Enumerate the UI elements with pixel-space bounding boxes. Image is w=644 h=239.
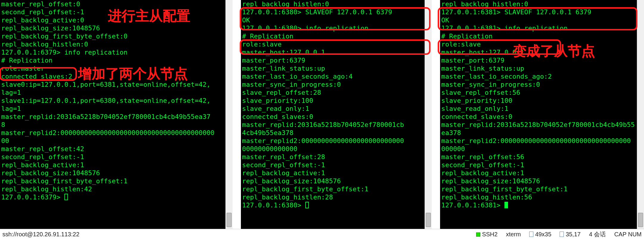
terminal-line: master_replid:20316a5218b704052ef780001c… [441,121,635,128]
terminal-line: master_last_io_seconds_ago:4 [242,73,353,80]
terminal-line: master_repl_offset:42 [1,145,84,153]
terminal-line: 127.0.0.1:6380> info replication [242,24,369,32]
terminal-line: slave_read_only:1 [242,105,309,112]
terminal-6379[interactable]: master_repl_offset:0 second_repl_offset:… [0,0,225,229]
terminal-line: 00 [1,137,9,145]
terminal-line: slave_repl_offset:56 [441,89,520,96]
panel-gap [432,0,440,229]
terminal-line: lag=1 [1,89,21,96]
terminal-line: role:slave [242,41,281,48]
status-protocol: SSH2 [476,231,498,237]
status-caps-num: CAP NUM [614,231,642,237]
terminal-line: repl_backlog_histlen:0 [242,0,329,8]
terminal-line: second_repl_offset:-1 [441,161,524,169]
terminal-line: 127.0.0.1:6380> SLAVEOF 127.0.0.1 6379 [242,8,392,16]
led-green-icon [476,232,480,237]
terminal-line: repl_backlog_size:1048576 [1,169,100,177]
status-termtype: xterm [506,231,521,237]
terminal-line: slave_read_only:1 [441,105,508,112]
terminal-line: repl_backlog_active:1 [441,169,524,177]
cursor-pos-icon [560,232,564,237]
terminal-line: role:slave [441,41,481,48]
terminal-line: master_port:6379 [242,57,305,64]
cursor-icon [305,202,309,208]
terminal-line: 127.0.0.1:6381> info replication [441,24,568,32]
terminal-line: master_replid2:0000000000000000000000000… [441,137,631,145]
terminal-prompt: 127.0.0.1:6381> [441,201,504,209]
terminal-line: repl_backlog_active:1 [242,169,325,177]
terminal-line: OK [242,16,250,24]
scrollbar[interactable] [637,0,644,229]
scrollbar[interactable] [225,0,233,229]
terminal-line: lag=1 [1,105,21,112]
terminal-line: second_repl_offset:-1 [1,153,84,161]
terminal-line: 8 [1,121,5,128]
terminal-line: repl_backlog_histlen:0 [1,41,88,48]
cursor-icon [64,194,68,200]
terminal-line: connected_slaves:0 [441,113,512,120]
terminal-line: connected_slaves:2 [1,73,72,80]
terminal-line: 127.0.0.1:6379> info replication [1,49,128,56]
terminal-line: repl_backlog_active:1 [1,161,84,169]
terminal-line: # Replication [242,32,293,40]
cursor-icon [504,202,508,208]
terminal-line: repl_backlog_size:1048576 [441,177,540,185]
terminal-line: OK [441,16,449,24]
terminal-line: role:master [1,65,45,72]
terminal-line: master_sync_in_progress:0 [441,81,540,88]
terminal-line: master_repl_offset:0 [1,0,80,8]
scrollbar[interactable] [425,0,432,229]
terminal-line: second_repl_offset:-1 [242,161,325,169]
terminal-prompt: 127.0.0.1:6380> [242,201,305,209]
status-bar: ssh://root@120.26.91.113:22 SSH2 xterm 4… [0,229,644,239]
terminal-line: master_replid:20316a5218b704052ef780001c… [1,113,210,120]
terminal-line: repl_backlog_histlen:56 [441,193,532,201]
terminal-line: repl_backlog_first_byte_offset:1 [242,185,369,193]
terminal-line: repl_backlog_first_byte_offset:1 [1,177,128,185]
terminal-line: repl_backlog_histlen:0 [441,0,528,8]
terminal-line: repl_backlog_histlen:28 [242,193,333,201]
terminal-line: 00000000000000 [242,145,297,153]
terminal-line: master_replid:20316a5218b704052ef780001c… [242,121,404,128]
terminal-line: slave1:ip=127.0.0.1,port=6380,state=onli… [1,97,210,104]
terminal-line: master_host:127.0.0.1 [441,49,524,56]
terminal-line: repl_backlog_size:1048576 [242,177,341,185]
terminal-line: master_port:6379 [441,57,504,64]
terminal-line: master_replid2:0000000000000000000000000… [1,129,214,136]
terminal-line: master_host:127.0.0.1 [242,49,325,56]
terminal-6381[interactable]: repl_backlog_histlen:0 127.0.0.1:6381> S… [440,0,637,229]
terminal-line: master_replid2:0000000000000000000000000… [242,137,404,145]
terminal-line: 127.0.0.1:6381> SLAVEOF 127.0.0.1 6379 [441,8,591,16]
terminal-line: slave_repl_offset:28 [242,89,321,96]
terminal-line: 000000 [441,145,465,153]
terminal-line: master_repl_offset:56 [441,153,524,161]
terminal-line: slave_priority:100 [441,97,512,104]
status-ssh-url: ssh://root@120.26.91.113:22 [2,231,79,237]
terminal-line: # Replication [1,57,52,64]
terminal-line: slave0:ip=127.0.0.1,port=6381,state=onli… [1,81,210,88]
terminal-line: connected_slaves:0 [242,113,313,120]
terminal-prompt: 127.0.0.1:6379> [1,193,64,201]
terminal-line: repl_backlog_first_byte_offset:1 [441,185,568,193]
status-size: 49x35 [529,231,552,237]
status-sessions: 4 会话 [589,231,606,237]
terminal-line: repl_backlog_size:1048576 [1,24,100,32]
terminal-line: repl_backlog_first_byte_offset:0 [1,32,128,40]
terminal-line: repl_backlog_active:0 [1,16,84,24]
terminal-line: master_last_io_seconds_ago:2 [441,73,552,80]
terminal-line: master_link_status:up [242,65,325,72]
panel-gap [233,0,241,229]
status-cursor-pos: 35,17 [560,231,580,237]
terminal-6380[interactable]: repl_backlog_histlen:0 127.0.0.1:6380> S… [241,0,425,229]
terminal-line: ea378 [441,129,461,136]
terminal-line: master_link_status:up [441,65,524,72]
terminal-line: repl_backlog_histlen:42 [1,185,92,193]
terminal-line: second_repl_offset:-1 [1,8,84,16]
terminal-line: master_sync_in_progress:0 [242,81,341,88]
terminal-line: slave_priority:100 [242,97,313,104]
terminal-line: master_repl_offset:28 [242,153,325,161]
terminal-line: # Replication [441,32,493,40]
page-size-icon [529,232,533,237]
terminal-line: 4cb49b55ea378 [242,129,293,136]
